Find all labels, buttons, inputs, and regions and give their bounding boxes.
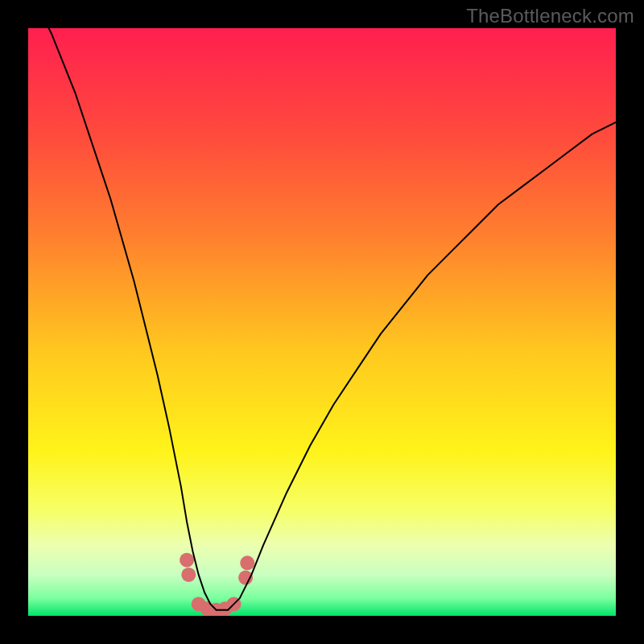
- highlight-dot: [180, 553, 194, 568]
- highlight-dot: [240, 555, 254, 570]
- highlight-dots: [180, 553, 254, 616]
- chart-frame: TheBottleneck.com: [0, 0, 644, 644]
- watermark-text: TheBottleneck.com: [466, 5, 634, 27]
- curve-layer: [28, 28, 616, 616]
- bottleneck-curve: [40, 28, 616, 610]
- plot-area: [28, 28, 616, 616]
- highlight-dot: [181, 568, 196, 582]
